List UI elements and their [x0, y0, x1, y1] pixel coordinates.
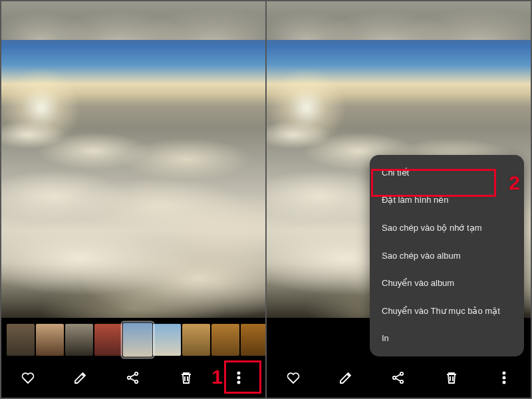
svg-point-1 [135, 372, 138, 375]
thumbnail[interactable] [211, 324, 239, 356]
menu-item-copy-clipboard[interactable]: Sao chép vào bộ nhớ tạm [370, 214, 524, 242]
svg-point-4 [238, 376, 240, 378]
more-vertical-icon [496, 370, 512, 386]
trash-icon [178, 370, 194, 386]
heart-icon [20, 370, 36, 386]
svg-point-6 [393, 376, 396, 379]
menu-item-move-album[interactable]: Chuyển vào album [370, 269, 524, 297]
share-button[interactable] [380, 363, 417, 392]
share-icon [125, 370, 141, 386]
thumbnail[interactable] [153, 324, 181, 356]
menu-item-details[interactable]: Chi tiết [370, 159, 524, 187]
svg-point-7 [400, 372, 403, 375]
svg-point-2 [135, 380, 138, 383]
favorite-button[interactable] [275, 363, 312, 392]
svg-point-5 [238, 381, 240, 383]
more-button[interactable] [220, 363, 257, 392]
svg-point-9 [503, 372, 505, 374]
svg-point-8 [400, 380, 403, 383]
menu-item-move-secure[interactable]: Chuyển vào Thư mục bảo mật [370, 297, 524, 325]
share-icon [390, 370, 406, 386]
svg-point-10 [503, 376, 505, 378]
edit-button[interactable] [62, 363, 99, 392]
main-photo[interactable] [1, 1, 265, 319]
pencil-icon [72, 370, 88, 386]
svg-point-11 [503, 381, 505, 383]
thumbnail[interactable] [241, 324, 265, 356]
screenshot-right: Chi tiết Đặt làm hình nền Sao chép vào b… [265, 1, 531, 398]
action-row [267, 358, 531, 398]
thumbnail[interactable] [65, 324, 93, 356]
screenshot-left: 1 [1, 1, 265, 398]
bottom-bar [1, 318, 265, 398]
tutorial-frame: 1 [0, 0, 532, 399]
more-vertical-icon [231, 370, 247, 386]
favorite-button[interactable] [9, 363, 47, 392]
menu-item-print[interactable]: In [370, 325, 524, 352]
more-button[interactable] [485, 363, 523, 392]
thumbnail[interactable] [7, 324, 35, 356]
thumbnail[interactable] [182, 324, 210, 356]
heart-icon [285, 370, 301, 386]
svg-point-3 [238, 372, 240, 374]
context-menu: Chi tiết Đặt làm hình nền Sao chép vào b… [370, 155, 524, 356]
pencil-icon [338, 370, 354, 386]
menu-item-copy-album[interactable]: Sao chép vào album [370, 242, 524, 270]
edit-button[interactable] [327, 363, 364, 392]
thumbnail[interactable] [94, 324, 122, 356]
menu-item-set-wallpaper[interactable]: Đặt làm hình nền [370, 186, 524, 214]
trash-icon [444, 370, 460, 386]
thumbnail[interactable] [36, 324, 64, 356]
delete-button[interactable] [168, 363, 205, 392]
thumbnail[interactable] [123, 323, 153, 357]
action-row [1, 358, 265, 398]
share-button[interactable] [114, 363, 152, 392]
delete-button[interactable] [433, 363, 470, 392]
thumbnail-strip[interactable] [1, 318, 265, 358]
svg-point-0 [128, 376, 130, 379]
